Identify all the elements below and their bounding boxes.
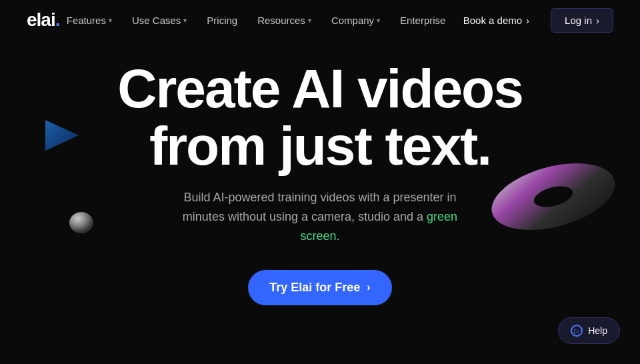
chevron-down-icon: ▾ <box>109 17 112 24</box>
cta-button[interactable]: Try Elai for Free › <box>248 270 391 305</box>
nav-right: Book a demo › Log in › <box>453 8 613 33</box>
logo-text: elai. <box>27 9 59 31</box>
nav-links: Features ▾ Use Cases ▾ Pricing Resources… <box>67 15 446 26</box>
nav-item-enterprise[interactable]: Enterprise <box>400 15 445 26</box>
help-icon: ▷ <box>571 325 583 337</box>
hero-title: Create AI videos from just text. <box>117 60 523 175</box>
arrow-right-icon: › <box>526 15 529 26</box>
chevron-down-icon: ▾ <box>308 17 311 24</box>
hero-subtitle: Build AI-powered training videos with a … <box>173 188 467 245</box>
nav-item-use-cases[interactable]: Use Cases ▾ <box>132 15 187 26</box>
nav-item-resources[interactable]: Resources ▾ <box>257 15 311 26</box>
chevron-down-icon: ▾ <box>183 17 187 24</box>
chevron-down-icon: ▾ <box>377 17 380 24</box>
nav-item-pricing[interactable]: Pricing <box>207 15 237 26</box>
hero-section: Create AI videos from just text. Build A… <box>0 40 640 305</box>
logo[interactable]: elai. <box>27 9 59 31</box>
arrow-right-icon: › <box>596 15 599 26</box>
arrow-right-icon: › <box>367 281 370 293</box>
nav-item-company[interactable]: Company ▾ <box>331 15 380 26</box>
navbar: elai. Features ▾ Use Cases ▾ Pricing Res… <box>0 0 640 40</box>
log-in-button[interactable]: Log in › <box>551 8 613 33</box>
nav-item-features[interactable]: Features ▾ <box>67 15 112 26</box>
help-button[interactable]: ▷ Help <box>558 317 620 344</box>
book-demo-button[interactable]: Book a demo › <box>453 9 540 31</box>
